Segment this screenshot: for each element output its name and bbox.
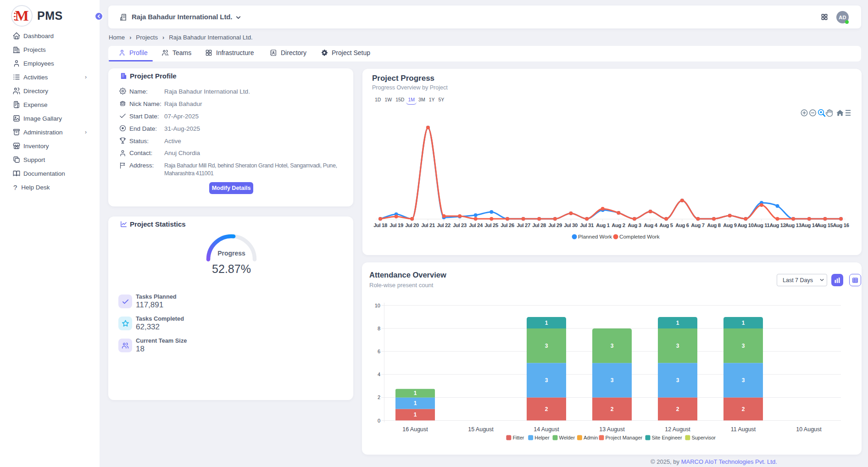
svg-text:Progress: Progress	[217, 250, 245, 257]
svg-text:Aug 4: Aug 4	[644, 222, 657, 228]
svg-text:Aug 9: Aug 9	[723, 222, 736, 228]
svg-text:14 August: 14 August	[534, 426, 559, 433]
svg-text:Jul 20: Jul 20	[405, 222, 419, 228]
svg-text:Project Manager: Project Manager	[606, 435, 643, 440]
svg-text:Jul 31: Jul 31	[580, 222, 594, 228]
svg-text:10 August: 10 August	[796, 426, 822, 433]
svg-text:8: 8	[378, 326, 380, 331]
svg-text:1: 1	[414, 411, 417, 418]
svg-text:Jul 21: Jul 21	[421, 222, 435, 228]
svg-text:1: 1	[545, 320, 548, 326]
svg-text:Jul 24: Jul 24	[469, 222, 483, 228]
svg-text:Jul 23: Jul 23	[453, 222, 467, 228]
svg-text:Aug 14: Aug 14	[801, 222, 818, 228]
svg-text:3: 3	[676, 377, 679, 384]
svg-text:Welder: Welder	[559, 435, 575, 440]
svg-text:Planned Work: Planned Work	[578, 234, 612, 240]
svg-text:2: 2	[378, 395, 380, 400]
svg-text:2: 2	[611, 406, 614, 412]
svg-text:52.87%: 52.87%	[212, 262, 251, 275]
svg-text:Jul 26: Jul 26	[501, 222, 514, 228]
svg-text:15 August: 15 August	[468, 426, 494, 433]
svg-text:Aug 6: Aug 6	[675, 222, 689, 228]
svg-text:Jul 19: Jul 19	[389, 222, 403, 228]
svg-text:3: 3	[611, 377, 614, 384]
svg-text:Aug 7: Aug 7	[691, 222, 704, 228]
svg-text:Aug 16: Aug 16	[833, 222, 849, 228]
svg-text:2: 2	[545, 406, 548, 412]
svg-text:1: 1	[414, 400, 417, 406]
svg-text:Jul 27: Jul 27	[517, 222, 530, 228]
svg-text:Jul 22: Jul 22	[437, 222, 451, 228]
svg-text:Admin: Admin	[584, 435, 598, 440]
svg-text:Aug 2: Aug 2	[612, 222, 625, 228]
svg-text:3: 3	[545, 343, 548, 349]
svg-text:Jul 30: Jul 30	[564, 222, 578, 228]
svg-text:0: 0	[378, 418, 380, 423]
svg-text:Aug 3: Aug 3	[628, 222, 641, 228]
svg-text:1: 1	[742, 320, 745, 326]
svg-text:3: 3	[676, 343, 679, 349]
svg-text:2: 2	[742, 406, 745, 412]
svg-text:3: 3	[611, 343, 614, 349]
svg-text:3: 3	[742, 343, 745, 349]
svg-text:1: 1	[676, 320, 679, 326]
svg-text:12 August: 12 August	[665, 426, 690, 433]
svg-text:Jul 18: Jul 18	[373, 222, 387, 228]
svg-text:Aug 10: Aug 10	[737, 222, 753, 228]
svg-text:Site Engineer: Site Engineer	[652, 435, 682, 440]
svg-text:6: 6	[378, 349, 380, 354]
svg-text:Aug 15: Aug 15	[817, 222, 833, 228]
svg-text:Fitter: Fitter	[512, 435, 524, 440]
svg-text:Aug 11: Aug 11	[754, 222, 770, 228]
svg-text:Helper: Helper	[534, 435, 550, 440]
svg-text:Jul 29: Jul 29	[548, 222, 562, 228]
svg-text:2: 2	[676, 406, 679, 412]
svg-text:13 August: 13 August	[599, 426, 625, 433]
svg-text:3: 3	[545, 377, 548, 384]
svg-text:10: 10	[375, 303, 380, 308]
svg-text:Aug 13: Aug 13	[785, 222, 801, 228]
svg-text:Jul 25: Jul 25	[484, 222, 498, 228]
svg-text:16 August: 16 August	[402, 426, 428, 433]
svg-text:Aug 8: Aug 8	[707, 222, 720, 228]
svg-text:4: 4	[378, 372, 380, 377]
svg-text:1: 1	[414, 390, 417, 396]
svg-text:Aug 1: Aug 1	[596, 222, 609, 228]
svg-text:Jul 28: Jul 28	[532, 222, 546, 228]
svg-text:3: 3	[742, 377, 745, 384]
svg-text:Aug 12: Aug 12	[769, 222, 785, 228]
svg-text:Supervisor: Supervisor	[691, 435, 716, 440]
svg-text:11 August: 11 August	[731, 426, 756, 433]
svg-text:Aug 5: Aug 5	[659, 222, 673, 228]
svg-text:Completed Work: Completed Work	[619, 234, 660, 240]
